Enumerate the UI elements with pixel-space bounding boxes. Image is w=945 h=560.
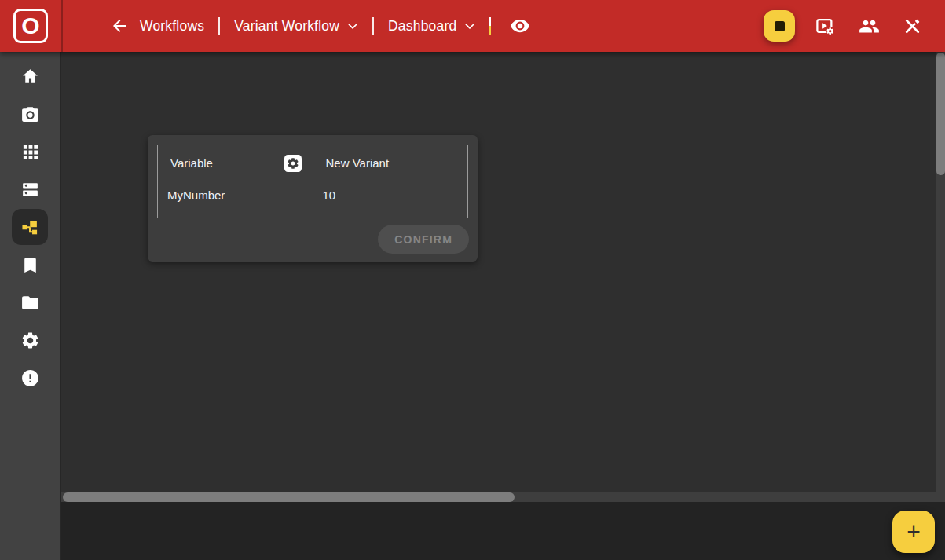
vertical-scrollbar-thumb[interactable] — [936, 53, 945, 175]
topbar-divider-accent — [489, 17, 491, 35]
header-cell-new-variant: New Variant — [313, 145, 468, 181]
apps-grid-icon — [21, 143, 39, 161]
stop-recording-button[interactable] — [764, 10, 795, 42]
app-logo: O — [0, 0, 63, 52]
topbar-divider — [218, 17, 220, 35]
stop-icon — [775, 21, 785, 31]
workflow-dropdown-label: Variant Workflow — [234, 18, 339, 35]
people-icon[interactable] — [855, 13, 883, 40]
hamburger-menu-icon[interactable] — [80, 23, 86, 29]
column-header-new-variant: New Variant — [326, 156, 390, 170]
variable-value-cell[interactable]: 10 — [313, 181, 468, 218]
app-bar: O Workflows Variant Workflow Dashboard — [0, 0, 945, 52]
horizontal-scrollbar-thumb[interactable] — [63, 492, 515, 502]
topbar-divider — [372, 17, 374, 35]
sidebar-item-workflows[interactable] — [12, 209, 48, 245]
workflow-canvas[interactable] — [61, 52, 945, 492]
variable-name-cell: MyNumber — [158, 181, 313, 218]
logo-frame-icon: O — [13, 9, 48, 43]
add-button[interactable]: + — [892, 511, 935, 553]
sidebar-item-bookmarks[interactable] — [12, 247, 48, 283]
gear-icon — [20, 331, 40, 350]
sidebar — [0, 52, 61, 560]
gear-settings-icon[interactable] — [284, 154, 302, 173]
header-cell-variable: Variable — [158, 145, 313, 181]
dns-list-icon — [20, 180, 40, 199]
sidebar-item-alerts[interactable] — [12, 360, 48, 396]
table-header-row: Variable New Variant — [158, 145, 468, 181]
view-dropdown-label: Dashboard — [388, 18, 456, 35]
error-icon — [20, 368, 40, 388]
tools-icon[interactable] — [899, 13, 925, 39]
folder-icon — [20, 293, 40, 313]
confirm-button[interactable]: CONFIRM — [378, 225, 469, 254]
chevron-down-icon — [464, 20, 475, 31]
plus-icon: + — [907, 520, 921, 544]
variant-table: Variable New Variant — [157, 145, 468, 218]
workflow-dropdown[interactable]: Variant Workflow — [234, 18, 358, 35]
chevron-down-icon — [347, 20, 358, 31]
logo-letter: O — [21, 14, 39, 38]
topbar-actions — [764, 10, 945, 42]
back-arrow-icon[interactable] — [107, 13, 132, 38]
sidebar-item-lists[interactable] — [12, 171, 48, 207]
column-header-variable: Variable — [170, 156, 213, 170]
camera-icon — [20, 104, 40, 124]
video-settings-icon[interactable] — [811, 13, 839, 40]
dialog-actions: CONFIRM — [157, 218, 469, 254]
eye-icon[interactable] — [507, 13, 533, 39]
vertical-scrollbar[interactable] — [936, 52, 945, 492]
bottom-panel — [61, 502, 945, 560]
horizontal-scrollbar[interactable] — [61, 492, 945, 502]
variant-dialog: Variable New Variant — [148, 135, 478, 262]
bookmark-icon — [20, 255, 40, 275]
sidebar-item-home[interactable] — [12, 58, 48, 94]
view-dropdown[interactable]: Dashboard — [388, 18, 475, 35]
home-icon — [20, 67, 40, 86]
sidebar-item-camera[interactable] — [12, 96, 48, 132]
workflow-tree-icon — [20, 217, 40, 237]
sidebar-item-settings[interactable] — [12, 322, 48, 358]
table-row: MyNumber 10 — [158, 181, 468, 218]
sidebar-item-apps[interactable] — [12, 134, 48, 170]
breadcrumb-workflows[interactable]: Workflows — [140, 18, 204, 35]
sidebar-item-files[interactable] — [12, 284, 48, 320]
